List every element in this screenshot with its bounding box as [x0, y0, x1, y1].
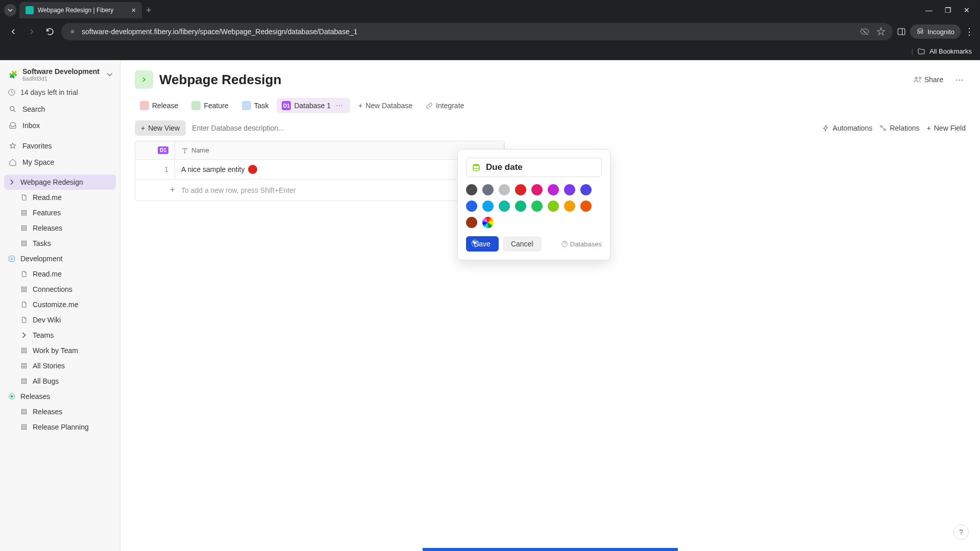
- table-header-name[interactable]: Name: [175, 141, 504, 159]
- share-button[interactable]: Share: [909, 72, 947, 87]
- color-swatch[interactable]: [466, 201, 477, 212]
- relations-button[interactable]: Relations: [879, 124, 919, 132]
- sidebar-tree: Webpage RedesignRead.meFeaturesReleasesT…: [4, 174, 116, 435]
- new-field-button[interactable]: + New Field: [927, 124, 966, 132]
- table-row[interactable]: 1A nice sample entity: [135, 160, 504, 180]
- sidebar-inbox-label: Inbox: [22, 121, 40, 130]
- incognito-badge[interactable]: Incognito: [910, 24, 961, 39]
- all-bookmarks-link[interactable]: All Bookmarks: [929, 47, 972, 55]
- sidebar-tree-child[interactable]: All Bugs: [4, 373, 116, 389]
- svg-rect-32: [24, 379, 27, 381]
- integrate-button[interactable]: Integrate: [421, 98, 469, 113]
- color-swatch[interactable]: [580, 184, 592, 195]
- reload-button[interactable]: [43, 24, 57, 39]
- automations-button[interactable]: Automations: [822, 124, 872, 132]
- back-button[interactable]: [6, 24, 20, 39]
- sidebar-tree-child[interactable]: All Stories: [4, 358, 116, 373]
- color-swatch[interactable]: [466, 217, 477, 228]
- url-input[interactable]: software-development.fibery.io/fibery/sp…: [61, 23, 893, 40]
- eye-off-icon[interactable]: [860, 27, 869, 36]
- color-swatch[interactable]: [531, 201, 543, 212]
- bookmark-star-icon[interactable]: [876, 27, 886, 36]
- color-swatch[interactable]: [482, 201, 494, 212]
- table-header: D1 Name: [135, 141, 504, 160]
- incognito-icon: [916, 28, 924, 36]
- database-name-input[interactable]: [486, 162, 598, 172]
- sidebar-tree-child[interactable]: Release Planning: [4, 419, 116, 435]
- svg-point-49: [473, 164, 479, 166]
- minimize-button[interactable]: —: [925, 6, 933, 14]
- workspace-switcher[interactable]: 🧩 Software Development 6ad8d3d1: [4, 65, 116, 84]
- database-icon[interactable]: [472, 162, 481, 172]
- expand-sidebar-button[interactable]: [135, 70, 153, 89]
- color-swatch[interactable]: [466, 184, 477, 195]
- trial-banner[interactable]: 14 days left in trial: [4, 84, 116, 101]
- color-swatch[interactable]: [580, 201, 592, 212]
- sidebar-inbox[interactable]: Inbox: [4, 117, 116, 134]
- sidebar-tree-child[interactable]: Releases: [4, 404, 116, 419]
- color-picker-button[interactable]: [482, 217, 494, 228]
- color-swatch[interactable]: [548, 201, 559, 212]
- database-tab[interactable]: D1Database 1⋯: [277, 98, 350, 113]
- color-swatch[interactable]: [564, 201, 575, 212]
- sidebar-tree-child[interactable]: Tasks: [4, 236, 116, 251]
- side-panel-icon[interactable]: [897, 27, 906, 36]
- site-settings-icon[interactable]: [68, 28, 77, 36]
- tab-close-button[interactable]: ×: [132, 6, 136, 14]
- new-view-button[interactable]: + New View: [135, 120, 186, 136]
- databases-help-link[interactable]: Databases: [561, 240, 602, 248]
- sidebar-tree-label: Tasks: [33, 239, 51, 247]
- color-swatch[interactable]: [548, 184, 559, 195]
- new-tab-button[interactable]: +: [146, 5, 152, 16]
- browser-menu-icon[interactable]: ⋮: [965, 26, 974, 37]
- database-tab-label: Feature: [204, 102, 228, 110]
- add-row[interactable]: + To add a new row, press Shift+Enter: [135, 180, 504, 201]
- svg-rect-30: [24, 366, 27, 368]
- sidebar-tree-child[interactable]: Features: [4, 205, 116, 220]
- maximize-button[interactable]: ❐: [945, 6, 951, 14]
- sidebar-tree-child[interactable]: Connections: [4, 282, 116, 297]
- sidebar-tree-child[interactable]: Dev Wiki: [4, 312, 116, 328]
- sidebar-tree-child[interactable]: Teams: [4, 328, 116, 343]
- database-tab[interactable]: Release: [135, 98, 183, 113]
- sidebar-tree-item[interactable]: Webpage Redesign: [4, 174, 116, 190]
- sidebar-tree-child[interactable]: Work by Team: [4, 343, 116, 358]
- help-button[interactable]: ?: [953, 524, 969, 540]
- sidebar-tree-child[interactable]: Read.me: [4, 190, 116, 205]
- color-swatch[interactable]: [499, 201, 510, 212]
- svg-line-48: [882, 127, 885, 130]
- database-tab[interactable]: Feature: [186, 98, 233, 113]
- cancel-button[interactable]: Cancel: [503, 236, 542, 252]
- sidebar-favorites[interactable]: Favorites: [4, 138, 116, 154]
- sidebar-tree-child[interactable]: Read.me: [4, 266, 116, 282]
- color-swatch[interactable]: [515, 184, 526, 195]
- tab-search-dropdown[interactable]: [4, 4, 16, 16]
- tab-more-button[interactable]: ⋯: [334, 102, 345, 110]
- color-swatch[interactable]: [531, 184, 543, 195]
- sidebar-tree-label: Read.me: [33, 270, 62, 278]
- browser-tab[interactable]: Webpage Redesign | Fibery ×: [19, 2, 142, 18]
- sidebar-tree-item[interactable]: Development: [4, 251, 116, 266]
- new-database-button[interactable]: +New Database: [353, 98, 418, 113]
- sidebar-tree-child[interactable]: Customize.me: [4, 297, 116, 312]
- page-more-button[interactable]: ⋯: [953, 73, 966, 87]
- sidebar-my-space[interactable]: My Space: [4, 154, 116, 170]
- color-swatch[interactable]: [499, 184, 510, 195]
- row-index: 1: [135, 160, 175, 179]
- sidebar-tree-item[interactable]: Releases: [4, 389, 116, 404]
- inbox-icon: [8, 121, 17, 130]
- popover-name-row: [466, 158, 602, 177]
- color-swatch[interactable]: [482, 184, 494, 195]
- forward-button[interactable]: [24, 24, 39, 39]
- color-swatch[interactable]: [564, 184, 575, 195]
- incognito-label: Incognito: [927, 28, 954, 36]
- sidebar-search[interactable]: Search: [4, 101, 116, 117]
- database-tab[interactable]: Task: [237, 98, 274, 113]
- close-window-button[interactable]: ✕: [964, 6, 970, 14]
- sidebar-tree-child[interactable]: Releases: [4, 220, 116, 236]
- database-description-input[interactable]: [192, 124, 816, 132]
- row-name-cell[interactable]: A nice sample entity: [175, 160, 504, 179]
- save-button[interactable]: Save: [466, 236, 499, 252]
- sidebar-tree-label: Releases: [20, 392, 50, 400]
- color-swatch[interactable]: [515, 201, 526, 212]
